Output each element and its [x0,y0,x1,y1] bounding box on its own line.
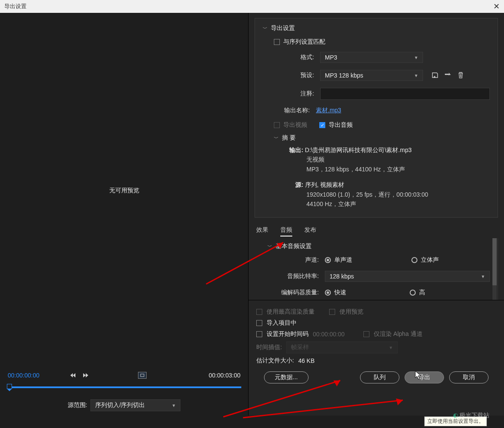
export-section-title: 导出设置 [271,24,295,32]
match-sequence-label: 与序列设置匹配 [283,38,325,46]
source-range-label: 源范围: [68,401,87,409]
in-timecode[interactable]: 00:00:00:00 [8,372,39,379]
summary-source-line1: 序列, 视频素材 [305,181,345,188]
tabs: 效果 音频 发布 [249,221,504,238]
render-alpha-label: 仅渲染 Alpha 通道 [374,330,423,338]
render-alpha-checkbox [363,331,369,337]
preview-pane: 无可用预览 00:00:00:00 00:00:03:00 源范围: 序列切入/… [0,13,249,416]
chevron-down-icon: ▼ [172,403,176,408]
max-quality-checkbox [256,309,262,315]
export-button[interactable]: 导出 [405,371,444,383]
summary-title: 摘 要 [282,134,296,142]
chevron-down-icon: ▼ [481,274,485,279]
chevron-down-icon: ﹀ [274,135,279,141]
format-label: 格式: [282,54,314,61]
match-sequence-checkbox[interactable] [274,39,280,45]
interp-label: 时间插值: [256,344,282,351]
preset-value: MP3 128 kbps [325,72,363,79]
chevron-down-icon: ﹀ [263,25,267,32]
preset-select[interactable]: MP3 128 kbps ▼ [320,70,423,81]
bitrate-label: 音频比特率: [276,272,319,280]
export-audio-row[interactable]: ✓ 导出音频 [319,121,353,129]
audio-panel: ﹀ 基本音频设置 声道: 单声道 立体声 音频比特率: 128 kbps ▼ [249,238,498,300]
output-name-label: 输出名称: [274,107,310,114]
output-name-link[interactable]: 素材.mp3 [316,107,341,114]
import-project-checkbox[interactable] [256,320,262,326]
audio-section-title: 基本音频设置 [276,242,312,250]
tab-effects[interactable]: 效果 [256,226,268,236]
summary-output-label: 输出: [289,147,303,153]
high-radio[interactable]: 高 [410,289,425,296]
chevron-down-icon: ﹀ [267,243,272,250]
format-select[interactable]: MP3 ▼ [320,52,423,63]
metadata-button[interactable]: 元数据... [264,371,309,383]
import-project-label: 导入项目中 [267,319,297,327]
watermark: ◐ 极光下载站 [453,412,489,419]
tab-publish[interactable]: 发布 [304,226,316,236]
export-video-checkbox [274,122,280,128]
format-value: MP3 [325,54,337,61]
timeline[interactable] [7,384,241,392]
export-audio-label: 导出音频 [329,121,353,129]
preview-placeholder: 无可用预览 [0,13,248,368]
interp-select: 帧采样 ▼ [286,341,398,353]
no-preview-label: 无可用预览 [109,187,139,195]
scrollbar[interactable] [492,238,497,302]
stereo-radio[interactable]: 立体声 [411,256,439,264]
fast-radio[interactable]: 快速 [325,289,346,296]
export-video-row: 导出视频 [274,121,307,129]
summary-output-path: D:\贵州易游网讯科技有限公司\素材.mp3 [305,147,412,153]
start-tc-checkbox[interactable] [256,331,262,337]
match-sequence-row[interactable]: 与序列设置匹配 [274,38,490,46]
bitrate-select[interactable]: 128 kbps ▼ [325,271,490,282]
channels-label: 声道: [276,256,319,264]
use-preview-checkbox [329,309,335,315]
export-video-label: 导出视频 [283,121,307,129]
bitrate-value: 128 kbps [330,273,354,280]
comment-input[interactable] [320,88,490,100]
export-settings-panel: ﹀ 导出设置 与序列设置匹配 格式: MP3 ▼ 预设: MP3 128 kbp… [255,18,498,218]
tab-audio[interactable]: 音频 [280,226,292,236]
import-preset-icon[interactable] [444,71,452,80]
comment-label: 注释: [282,90,314,98]
settings-pane: ﹀ 导出设置 与序列设置匹配 格式: MP3 ▼ 预设: MP3 128 kbp… [249,13,504,416]
save-preset-icon[interactable] [431,71,439,80]
chevron-down-icon: ▼ [414,55,418,60]
summary-output-audio: MP3，128 kbps，44100 Hz，立体声 [306,165,490,174]
cancel-button[interactable]: 取消 [449,371,489,383]
filesize-label: 估计文件大小: [256,357,294,365]
summary-header[interactable]: ﹀ 摘 要 [274,134,490,142]
mono-radio[interactable]: 单声道 [325,256,352,264]
out-timecode: 00:00:03:00 [209,372,240,379]
chevron-down-icon: ▼ [389,345,393,350]
playhead-icon[interactable] [7,384,12,391]
summary-source-line2: 1920x1080 (1.0)，25 fps，逐行，00:00:03:00 [306,190,490,199]
audio-section-header[interactable]: ﹀ 基本音频设置 [267,242,490,250]
summary-source-line3: 44100 Hz，立体声 [306,199,490,209]
start-tc-label: 设置开始时间码 [267,330,309,338]
chevron-down-icon: ▼ [414,73,418,78]
bottom-panel: 使用最高渲染质量 使用预览 导入项目中 设置开始时间码 00:00:00:00 … [249,300,504,388]
summary-source-label: 源: [295,181,303,188]
export-audio-checkbox[interactable]: ✓ [319,122,325,128]
cursor-icon [415,371,422,380]
trash-icon[interactable] [456,71,465,80]
source-range-select[interactable]: 序列切入/序列切出 ▼ [90,399,180,411]
next-mark-icon[interactable] [83,373,88,377]
use-preview-label: 使用预览 [339,308,363,316]
start-tc-value: 00:00:00:00 [313,331,345,338]
interp-value: 帧采样 [291,344,309,351]
summary-output-video: 无视频 [306,155,490,164]
codec-quality-label: 编解码器质量: [276,289,319,296]
aspect-icon[interactable] [138,372,147,379]
filesize-value: 46 KB [298,357,315,364]
svg-rect-0 [141,374,144,377]
export-section-header[interactable]: ﹀ 导出设置 [263,24,490,32]
source-range-value: 序列切入/序列切出 [95,401,145,409]
preset-label: 预设: [282,72,314,79]
queue-button[interactable]: 队列 [360,371,399,383]
close-icon[interactable]: ✕ [493,2,500,11]
prev-mark-icon[interactable] [70,373,75,377]
window-title: 导出设置 [4,3,27,10]
titlebar: 导出设置 ✕ [0,0,504,13]
